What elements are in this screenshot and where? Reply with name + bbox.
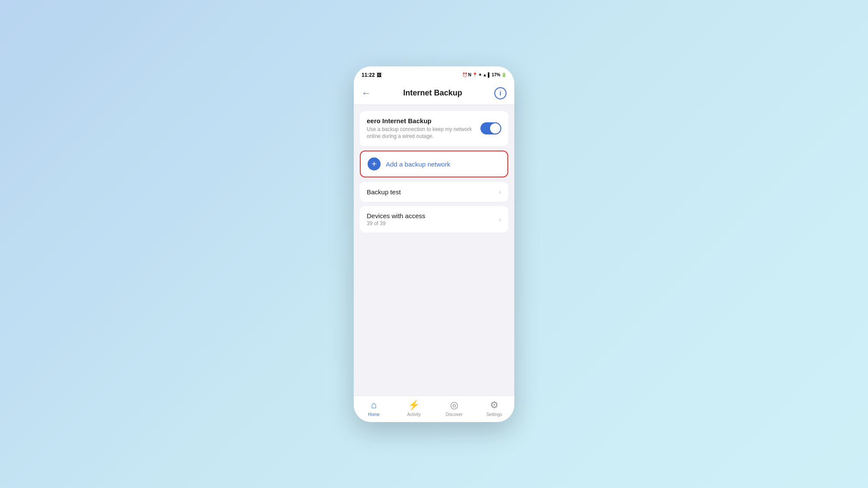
nav-activity[interactable]: ⚡ Activity (394, 400, 434, 417)
battery-level: 17% (492, 72, 500, 77)
add-icon: + (368, 157, 381, 170)
bottom-nav: ⌂ Home ⚡ Activity ◎ Discover ⚙ Settings (354, 396, 514, 422)
alarm-icon: ⏰ (462, 72, 467, 77)
nav-settings[interactable]: ⚙ Settings (474, 400, 515, 417)
page-header: ← Internet Backup i (354, 82, 514, 105)
location-icon: 📍 (472, 72, 477, 77)
status-bar: 11:22 🖼 ⏰ N 📍 ✴ ▲ ▌ 17% 🔋 (354, 66, 514, 82)
nav-home[interactable]: ⌂ Home (354, 400, 394, 417)
devices-access-title: Devices with access (367, 212, 425, 219)
backup-test-chevron: › (499, 188, 501, 196)
devices-access-item[interactable]: Devices with access 39 of 39 › (360, 206, 508, 233)
devices-access-subtitle: 39 of 39 (367, 220, 425, 226)
home-icon: ⌂ (371, 400, 377, 411)
devices-access-content: Devices with access 39 of 39 (367, 212, 425, 226)
signal-icon: ▌ (488, 72, 491, 77)
status-icons: ⏰ N 📍 ✴ ▲ ▌ 17% 🔋 (462, 72, 506, 77)
activity-icon: ⚡ (408, 400, 420, 411)
eero-backup-card: eero Internet Backup Use a backup connec… (360, 111, 508, 147)
settings-icon: ⚙ (490, 400, 499, 411)
status-time: 11:22 🖼 (362, 72, 381, 78)
backup-test-title: Backup test (367, 188, 401, 196)
nfc-icon: N (468, 72, 471, 77)
discover-label: Discover (446, 412, 463, 417)
backup-test-content: Backup test (367, 188, 401, 196)
page-title: Internet Backup (403, 88, 462, 98)
bluetooth-icon: ✴ (478, 72, 482, 77)
eero-backup-toggle[interactable] (480, 122, 501, 134)
home-label: Home (368, 412, 380, 417)
eero-backup-description: Use a backup connection to keep my netwo… (367, 126, 475, 141)
add-backup-label: Add a backup network (386, 160, 450, 168)
toggle-row: eero Internet Backup Use a backup connec… (367, 117, 501, 141)
wifi-icon: ▲ (483, 72, 487, 77)
back-button[interactable]: ← (362, 88, 371, 99)
backup-test-item[interactable]: Backup test › (360, 182, 508, 202)
content-area: eero Internet Backup Use a backup connec… (354, 105, 514, 396)
activity-label: Activity (407, 412, 421, 417)
eero-backup-title: eero Internet Backup (367, 117, 475, 124)
devices-access-chevron: › (499, 216, 501, 223)
info-button[interactable]: i (494, 87, 506, 99)
battery-icon: 🔋 (501, 72, 506, 77)
toggle-knob (490, 123, 500, 134)
nav-discover[interactable]: ◎ Discover (434, 400, 474, 417)
settings-label: Settings (487, 412, 502, 417)
media-icon: 🖼 (377, 72, 381, 78)
add-backup-button[interactable]: + Add a backup network (360, 151, 508, 177)
discover-icon: ◎ (450, 400, 458, 411)
phone-frame: 11:22 🖼 ⏰ N 📍 ✴ ▲ ▌ 17% 🔋 ← Internet Bac… (354, 66, 514, 422)
toggle-info: eero Internet Backup Use a backup connec… (367, 117, 475, 141)
